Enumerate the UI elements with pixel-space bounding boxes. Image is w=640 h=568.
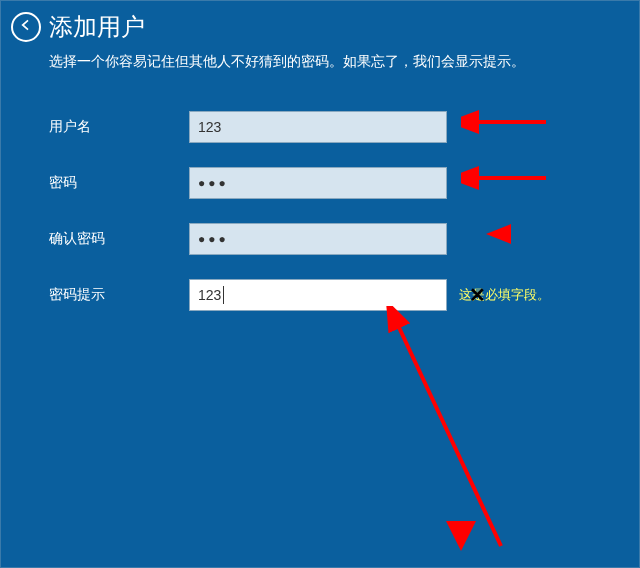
clear-button[interactable]: ✕ (465, 283, 489, 307)
text-caret (223, 286, 224, 304)
svg-marker-4 (446, 521, 476, 551)
close-icon: ✕ (469, 284, 486, 306)
confirm-password-label: 确认密码 (49, 230, 189, 248)
password-field[interactable]: ●●● (189, 167, 447, 199)
svg-marker-2 (486, 224, 511, 244)
username-field[interactable]: 123 (189, 111, 447, 143)
confirm-password-field[interactable]: ●●● (189, 223, 447, 255)
back-arrow-icon (18, 17, 34, 37)
page-subtitle: 选择一个你容易记住但其他人不好猜到的密码。如果忘了，我们会显示提示。 (1, 43, 639, 91)
back-button[interactable] (11, 12, 41, 42)
username-label: 用户名 (49, 118, 189, 136)
annotation-arrow-icon (461, 107, 551, 137)
annotation-arrow-icon (431, 501, 491, 561)
annotation-arrow-icon (481, 219, 521, 249)
password-label: 密码 (49, 174, 189, 192)
annotation-arrow-icon (461, 163, 551, 193)
page-title: 添加用户 (49, 11, 145, 43)
password-hint-label: 密码提示 (49, 286, 189, 304)
